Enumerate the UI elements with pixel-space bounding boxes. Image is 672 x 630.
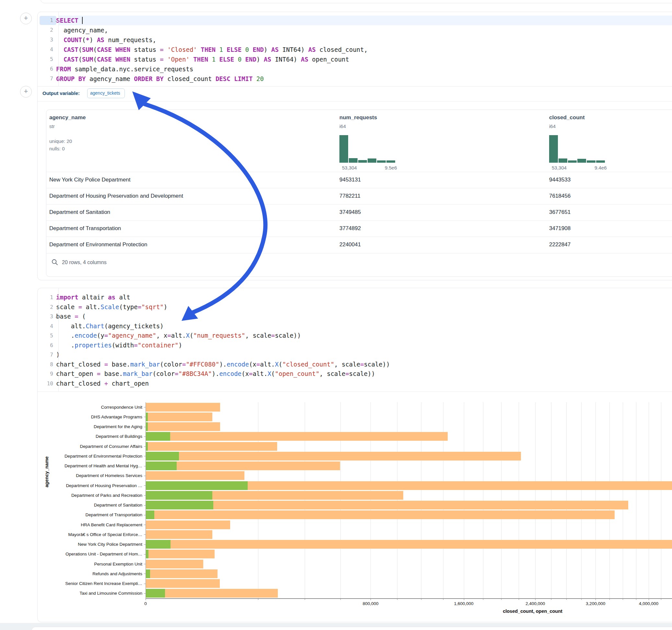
histogram-min-label: 53,304 <box>342 165 357 170</box>
bar-closed_count[interactable] <box>146 530 212 539</box>
sql-code-editor[interactable]: 1⌄SELECT 2 agency_name,3 COUNT(*) AS num… <box>38 16 672 87</box>
table-row[interactable]: Department of Transportation377489234719… <box>46 220 672 237</box>
code-line[interactable]: 10chart_closed + chart_open <box>38 379 672 389</box>
cell-value: 9453131 <box>339 172 361 188</box>
histogram-min-label: 53,304 <box>552 165 567 170</box>
code-line[interactable]: 3⌄base = ( <box>38 312 672 321</box>
line-number: 6 <box>38 64 53 74</box>
line-number: 4 <box>38 45 53 54</box>
bar-open_count[interactable] <box>146 550 148 558</box>
gridline <box>661 402 661 598</box>
code-line[interactable]: 2 agency_name, <box>38 25 672 35</box>
x-minor-tick <box>340 598 341 600</box>
code-line[interactable]: 4 alt.Chart(agency_tickets) <box>38 321 672 331</box>
bar-open_count[interactable] <box>146 481 248 490</box>
bar-closed_count[interactable] <box>146 589 278 598</box>
bar-closed_count[interactable] <box>146 540 672 549</box>
table-body[interactable]: New York City Police Department945313194… <box>46 172 672 253</box>
y-axis-label: Personal Exemption Unit <box>38 562 142 566</box>
code-text: alt.Chart(agency_tickets) <box>56 321 164 331</box>
bar-open_count[interactable] <box>146 491 212 500</box>
python-code-editor[interactable]: 1import altair as alt2scale = alt.Scale(… <box>38 293 672 388</box>
table-header: agency_namestrunique: 20nulls: 0num_requ… <box>46 110 672 172</box>
bar-closed_count[interactable] <box>146 570 217 578</box>
bar-open_count[interactable] <box>146 432 170 441</box>
column-histogram <box>549 135 605 163</box>
output-variable-pill[interactable]: agency_tickets <box>87 89 125 98</box>
code-line[interactable]: 5 CAST(SUM(CASE WHEN status = 'Open' THE… <box>38 54 672 64</box>
cell-value: 9443533 <box>549 172 571 188</box>
y-tick <box>144 584 146 584</box>
line-number: 3 <box>38 312 53 321</box>
code-line[interactable]: 5 .encode(y="agency_name", x=alt.X("num_… <box>38 331 672 341</box>
column-header[interactable]: agency_name <box>49 114 86 121</box>
bar-open_count[interactable] <box>146 570 150 578</box>
bar-open_count[interactable] <box>146 589 165 598</box>
bar-closed_count[interactable] <box>146 550 215 558</box>
cell-value: 3749485 <box>339 204 361 220</box>
code-line[interactable]: 8chart_closed = base.mark_bar(color="#FF… <box>38 360 672 369</box>
add-cell-button-top[interactable]: + <box>20 13 32 24</box>
gridline <box>340 402 341 598</box>
bar-open_count[interactable] <box>146 510 154 519</box>
code-line[interactable]: 9chart_open = base.mark_bar(color="#8BC3… <box>38 369 672 379</box>
x-minor-tick <box>566 598 567 600</box>
bar-open_count[interactable] <box>146 413 148 421</box>
bar-open_count[interactable] <box>146 442 148 451</box>
code-line[interactable]: 4 CAST(SUM(CASE WHEN status = 'Closed' T… <box>38 45 672 54</box>
line-number: 6 <box>38 341 53 350</box>
bar-closed_count[interactable] <box>146 432 448 441</box>
x-minor-tick <box>443 598 443 600</box>
code-line[interactable]: 1import altair as alt <box>38 293 672 302</box>
code-line[interactable]: 7GROUP BY agency_name ORDER BY closed_co… <box>38 74 672 83</box>
code-line[interactable]: 6FROM sample_data.nyc.service_requests <box>38 64 672 74</box>
bar-closed_count[interactable] <box>146 452 521 461</box>
bar-open_count[interactable] <box>146 461 177 470</box>
bar-closed_count[interactable] <box>146 560 203 568</box>
code-line[interactable]: 6 .properties(width="container") <box>38 341 672 350</box>
bar-closed_count[interactable] <box>146 579 220 588</box>
search-icon[interactable] <box>51 259 58 265</box>
x-tick <box>370 598 371 600</box>
y-axis-label: Operations Unit - Department of Hom… <box>38 552 142 556</box>
table-row[interactable]: Department of Sanitation37494853677651 <box>46 204 672 220</box>
bar-closed_count[interactable] <box>146 501 628 509</box>
code-text: .properties(width="container") <box>56 341 182 350</box>
gridline <box>581 402 581 598</box>
x-minor-tick <box>636 598 637 600</box>
x-minor-tick <box>519 598 519 600</box>
x-axis-label: 800,000 <box>356 601 385 606</box>
code-line[interactable]: 3 COUNT(*) AS num_requests, <box>38 35 672 45</box>
code-line[interactable]: 2scale = alt.Scale(type="sqrt") <box>38 302 672 312</box>
bar-closed_count[interactable] <box>146 510 615 519</box>
code-line[interactable]: 1⌄SELECT <box>38 16 672 25</box>
x-tick <box>146 598 146 600</box>
result-table-card: agency_namestrunique: 20nulls: 0num_requ… <box>46 110 672 277</box>
bar-closed_count[interactable] <box>146 520 230 529</box>
bar-open_count[interactable] <box>146 501 213 509</box>
code-line[interactable]: 7) <box>38 350 672 360</box>
table-footer-bar: 20 rows, 4 columns <box>46 253 672 277</box>
column-header[interactable]: num_requests <box>339 114 377 121</box>
bar-closed_count[interactable] <box>146 413 212 421</box>
bar-open_count[interactable] <box>146 452 179 461</box>
table-row[interactable]: New York City Police Department945313194… <box>46 172 672 188</box>
x-axis-label: 1,600,000 <box>449 601 478 606</box>
column-type: str <box>49 123 55 129</box>
bar-closed_count[interactable] <box>146 442 277 451</box>
line-number: 10 <box>38 379 53 389</box>
bar-closed_count[interactable] <box>146 422 220 431</box>
code-text: COUNT(*) AS num_requests, <box>56 35 156 45</box>
column-type: i64 <box>549 123 556 129</box>
add-cell-button-output[interactable]: + <box>20 86 32 98</box>
column-header[interactable]: closed_count <box>549 114 585 121</box>
sql-cell-card: 1⌄SELECT 2 agency_name,3 COUNT(*) AS num… <box>37 12 672 280</box>
bar-open_count[interactable] <box>146 540 170 549</box>
bar-closed_count[interactable] <box>146 471 244 480</box>
bar-closed_count[interactable] <box>146 403 220 412</box>
table-row[interactable]: Department of Environmental Protection22… <box>46 237 672 253</box>
code-text: chart_closed = base.mark_bar(color="#FFC… <box>56 360 390 369</box>
bar-open_count[interactable] <box>146 422 148 431</box>
table-row[interactable]: Department of Housing Preservation and D… <box>46 188 672 204</box>
y-tick <box>144 417 146 417</box>
